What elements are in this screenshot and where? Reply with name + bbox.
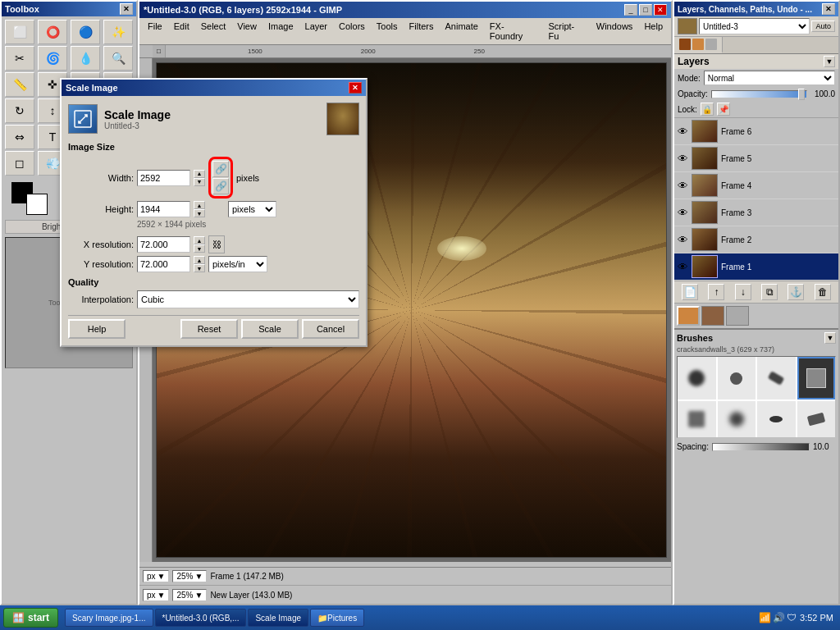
menu-edit[interactable]: Edit [169,20,194,43]
menu-select[interactable]: Select [196,20,231,43]
tab-layers[interactable] [674,37,723,53]
lower-layer-btn[interactable]: ↓ [735,284,751,300]
anchor-layer-btn[interactable]: ⚓ [788,284,804,300]
lock-pos-btn[interactable]: 📌 [717,103,730,116]
scale-button[interactable]: Scale [241,319,299,339]
brush-item-6[interactable] [718,401,756,437]
menu-file[interactable]: File [143,20,167,43]
tool-measure[interactable]: 📏 [5,72,34,97]
menu-tools[interactable]: Tools [372,20,403,43]
x-res-spin-up[interactable]: ▲ [194,236,205,244]
x-resolution-input[interactable] [137,236,190,253]
brush-item-4[interactable] [797,357,836,399]
mode-tab-1[interactable] [677,306,700,326]
brush-item-7[interactable] [757,401,796,437]
taskbar-item-untitled[interactable]: *Untitled-3.0 (RGB,... [155,609,247,627]
auto-button[interactable]: Auto [811,21,835,32]
tool-free-select[interactable]: 🔵 [71,20,100,44]
layer-item-frame3[interactable]: 👁 Frame 3 [674,199,838,226]
mode-tab-3[interactable] [726,306,749,326]
zoom-selector-2[interactable]: 25%▼ [172,589,207,601]
tool-flip[interactable]: ⇔ [5,125,34,149]
zoom-selector-1[interactable]: 25%▼ [172,570,207,582]
taskbar-item-scale[interactable]: Scale Image [248,609,308,627]
y-res-spin-up[interactable]: ▲ [194,256,205,264]
menu-view[interactable]: View [232,20,262,43]
layer-item-frame2[interactable]: 👁 Frame 2 [674,226,838,253]
unit-selector-1[interactable]: px▼ [143,570,169,582]
height-input[interactable] [137,201,190,217]
image-selector[interactable]: Untitled-3 [699,18,810,34]
brushes-menu-btn[interactable]: ▼ [824,332,836,344]
height-spin-up[interactable]: ▲ [194,201,205,209]
menu-layer[interactable]: Layer [300,20,333,43]
tool-rotate[interactable]: ↻ [5,98,34,123]
help-button[interactable]: Help [68,319,126,339]
unit-selector-2[interactable]: px▼ [143,589,169,601]
lock-pixels-btn[interactable]: 🔒 [701,103,714,116]
mode-tab-2[interactable] [701,306,724,326]
width-input[interactable] [137,170,190,186]
tool-zoom[interactable]: 🔍 [103,46,133,71]
layers-panel-close-btn[interactable]: ✕ [822,3,835,15]
layers-menu-btn[interactable]: ▼ [824,56,835,67]
menu-filters[interactable]: Filters [404,20,439,43]
tool-color-picker[interactable]: 💧 [71,46,100,71]
width-spin-down[interactable]: ▼ [194,178,205,186]
delete-layer-btn[interactable]: 🗑 [815,284,831,300]
tool-foreground-select[interactable]: 🌀 [38,46,67,71]
layer-visibility-eye-3[interactable]: 👁 [678,207,688,219]
cancel-button[interactable]: Cancel [302,319,359,339]
dimension-unit-select[interactable]: pixels percent mm cm inch [228,201,276,217]
brush-item-1[interactable] [678,357,716,399]
width-spin-up[interactable]: ▲ [194,170,205,178]
res-chain-link[interactable]: ⛓ [208,235,225,253]
layer-item-frame1[interactable]: 👁 Frame 1 [674,253,838,281]
brush-item-8[interactable] [797,401,836,437]
layer-visibility-eye-5[interactable]: 👁 [678,153,688,165]
taskbar-item-scary[interactable]: Scary Image.jpg-1... [65,609,153,627]
layer-visibility-eye-6[interactable]: 👁 [678,126,688,138]
interpolation-select[interactable]: Cubic None Linear Sinc (Lanczos3) NoHalo… [137,290,359,308]
chain-btn-1[interactable]: 🔗 [212,161,229,177]
scale-dialog-close-btn[interactable]: ✕ [349,82,362,94]
layer-item-frame5[interactable]: 👁 Frame 5 [674,145,838,172]
res-unit-select[interactable]: pixels/in pixels/mm pixels/cm [208,256,267,272]
menu-windows[interactable]: Windows [591,20,638,43]
spacing-slider[interactable] [712,443,810,451]
layer-item-frame4[interactable]: 👁 Frame 4 [674,172,838,199]
tool-eraser[interactable]: ◻ [5,151,34,176]
new-layer-btn[interactable]: 📄 [682,284,698,300]
tool-ellipse-select[interactable]: ⭕ [38,20,67,44]
menu-fxfoundry[interactable]: FX-Foundry [485,20,542,43]
layer-visibility-eye-2[interactable]: 👁 [678,234,688,246]
height-spin-down[interactable]: ▼ [194,209,205,217]
background-color-swatch[interactable] [26,194,48,215]
brush-item-5[interactable] [678,401,716,437]
menu-scriptfu[interactable]: Script-Fu [543,20,589,43]
taskbar-item-pictures[interactable]: 📁 Pictures [310,609,364,627]
menu-animate[interactable]: Animate [440,20,482,43]
reset-button[interactable]: Reset [180,319,238,339]
opacity-slider[interactable] [711,90,807,98]
layer-visibility-eye-1[interactable]: 👁 [678,261,688,273]
menu-image[interactable]: Image [263,20,299,43]
gimp-minimize-btn[interactable]: _ [624,4,637,16]
gimp-close-btn[interactable]: ✕ [654,4,667,16]
brush-item-3[interactable] [757,357,796,399]
y-res-spin-down[interactable]: ▼ [194,264,205,272]
layer-item-frame6[interactable]: 👁 Frame 6 [674,118,838,145]
start-button[interactable]: 🪟 start [3,608,58,628]
tool-fuzzy-select[interactable]: ✨ [103,20,133,44]
tool-rect-select[interactable]: ⬜ [5,20,34,44]
duplicate-layer-btn[interactable]: ⧉ [761,284,778,300]
mode-select[interactable]: Normal Multiply Screen Overlay [704,71,835,85]
brush-item-2[interactable] [718,357,756,399]
menu-help[interactable]: Help [639,20,668,43]
gimp-maximize-btn[interactable]: □ [639,4,652,16]
x-res-spin-down[interactable]: ▼ [194,244,205,253]
raise-layer-btn[interactable]: ↑ [708,284,724,300]
chain-btn-2[interactable]: 🔗 [212,178,229,194]
toolbox-close-btn[interactable]: ✕ [120,3,133,15]
layer-visibility-eye-4[interactable]: 👁 [678,180,688,192]
